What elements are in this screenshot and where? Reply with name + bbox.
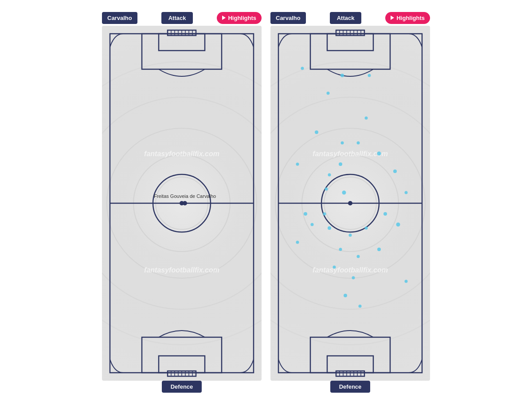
touch-dot bbox=[341, 141, 344, 144]
right-field-svg bbox=[270, 26, 430, 381]
right-footer: Defence bbox=[330, 382, 371, 390]
touch-dot bbox=[296, 162, 299, 166]
right-header: Carvalho Attack Highlights bbox=[270, 12, 430, 24]
left-header: Carvalho Attack Highlights bbox=[102, 12, 262, 24]
touch-dot bbox=[365, 226, 368, 229]
left-player-name: Carvalho bbox=[102, 12, 137, 24]
touch-dot bbox=[383, 212, 387, 216]
touch-dot bbox=[333, 265, 336, 268]
svg-rect-1 bbox=[142, 34, 222, 69]
touch-dot bbox=[377, 151, 381, 155]
svg-point-37 bbox=[348, 201, 352, 205]
svg-rect-15 bbox=[159, 356, 205, 373]
touch-dot bbox=[328, 173, 331, 176]
touch-dot bbox=[325, 187, 328, 190]
touch-dot bbox=[377, 248, 381, 251]
touch-dot bbox=[339, 248, 342, 251]
touch-dot bbox=[349, 233, 352, 236]
touch-dot bbox=[310, 223, 313, 226]
right-mode-badge: Attack bbox=[330, 12, 362, 24]
svg-rect-38 bbox=[310, 337, 390, 373]
play-icon-left bbox=[222, 16, 226, 20]
left-player-label: Freitas Gouveia de Carvalho bbox=[154, 193, 216, 199]
touch-dot bbox=[393, 169, 397, 173]
svg-rect-39 bbox=[327, 356, 373, 373]
touch-dot bbox=[396, 222, 400, 226]
svg-rect-26 bbox=[327, 34, 373, 51]
touch-dot bbox=[296, 240, 299, 244]
right-player-name: Carvalho bbox=[270, 12, 306, 24]
touch-dot bbox=[340, 74, 344, 77]
touch-dot bbox=[365, 116, 368, 119]
svg-rect-2 bbox=[159, 34, 205, 51]
touch-dot bbox=[352, 276, 355, 279]
touch-dot bbox=[357, 141, 360, 144]
left-mode-badge: Attack bbox=[161, 12, 193, 24]
right-pitch-container: Carvalho Attack Highlights bbox=[270, 12, 430, 390]
touch-dot bbox=[323, 212, 326, 215]
left-pitch: fantasyfootballfix.com fantasyfootballfi… bbox=[102, 26, 262, 381]
right-pitch: fantasyfootballfix.com fantasyfootballfi… bbox=[270, 26, 430, 381]
touch-dot bbox=[315, 130, 318, 134]
touch-dot bbox=[405, 280, 408, 283]
left-highlights-button[interactable]: Highlights bbox=[217, 12, 262, 24]
touch-dot bbox=[368, 74, 371, 77]
touch-dot bbox=[326, 91, 329, 95]
left-pitch-container: Carvalho Attack Highlights bbox=[102, 12, 262, 390]
touch-dot bbox=[405, 191, 408, 194]
touch-dot bbox=[344, 294, 347, 297]
touch-dot bbox=[357, 255, 360, 258]
left-field-svg bbox=[102, 26, 262, 381]
left-footer: Defence bbox=[162, 382, 202, 390]
touch-dot bbox=[328, 226, 331, 230]
touch-dot bbox=[342, 190, 346, 194]
left-player-dot bbox=[183, 201, 187, 205]
touch-dot bbox=[339, 162, 342, 166]
right-defence-badge: Defence bbox=[330, 381, 371, 393]
play-icon-right bbox=[391, 16, 394, 20]
svg-rect-14 bbox=[142, 337, 222, 373]
touch-dot bbox=[301, 67, 304, 70]
touch-dot bbox=[358, 304, 361, 307]
right-highlights-button[interactable]: Highlights bbox=[385, 12, 430, 24]
left-defence-badge: Defence bbox=[162, 381, 202, 393]
svg-rect-25 bbox=[310, 34, 390, 69]
touch-dot bbox=[304, 212, 307, 216]
